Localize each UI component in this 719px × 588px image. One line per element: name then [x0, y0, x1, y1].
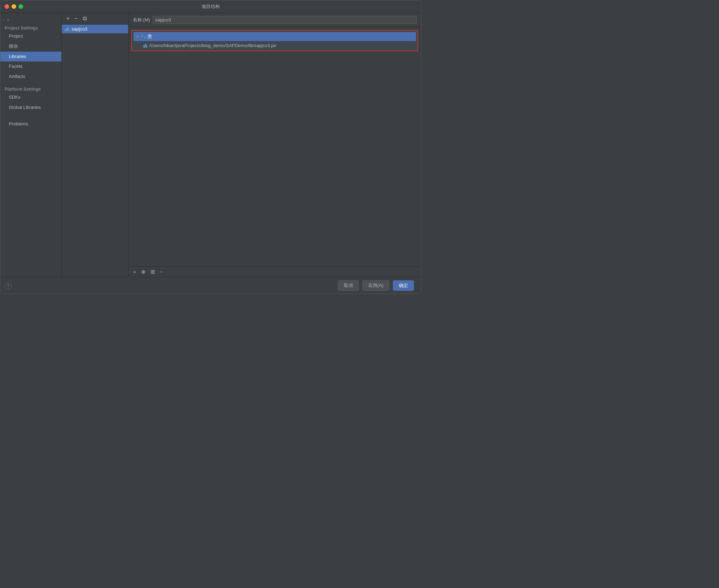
svg-rect-0: [65, 29, 66, 31]
svg-marker-5: [144, 37, 146, 38]
tree-child-label: /Users/hikari/javaProjects/blog_demo/SAP…: [149, 43, 276, 48]
sidebar: ‹ › Project Settings Project 模块 Librarie…: [0, 13, 62, 277]
sidebar-item-facets[interactable]: Facets: [0, 61, 61, 72]
footer: ? 取消 应用(A) 确定: [0, 277, 421, 294]
library-item-label: sapjco3: [72, 26, 87, 32]
remove-library-button[interactable]: −: [73, 15, 79, 22]
cancel-button[interactable]: 取消: [338, 280, 359, 291]
name-row: 名称:(M): [128, 13, 421, 27]
sidebar-item-global-libraries[interactable]: Global Libraries: [0, 103, 61, 113]
library-list-panel: + − ⧉ sapjco3: [62, 13, 128, 277]
sidebar-item-project[interactable]: Project: [0, 31, 61, 41]
forward-button[interactable]: ›: [6, 17, 9, 23]
maximize-button[interactable]: [19, 4, 23, 9]
svg-rect-9: [146, 45, 147, 48]
content-area: + − ⧉ sapjco3: [62, 13, 421, 277]
tree-toggle-icon[interactable]: ▼: [136, 35, 140, 39]
svg-rect-3: [69, 28, 70, 31]
svg-rect-1: [66, 28, 67, 31]
ok-button[interactable]: 确定: [393, 280, 414, 291]
jar-icon: [143, 43, 148, 48]
add-module-button[interactable]: ⊕: [139, 268, 147, 275]
titlebar: 项目结构: [0, 0, 421, 13]
close-button[interactable]: [5, 4, 9, 9]
apply-button[interactable]: 应用(A): [362, 280, 389, 291]
sidebar-item-modules[interactable]: 模块: [0, 41, 61, 52]
bottom-toolbar: + ⊕ ⊞ −: [128, 266, 421, 277]
add-folder-button[interactable]: ⊞: [149, 268, 157, 275]
left-toolbar: + − ⧉: [62, 13, 128, 25]
library-item[interactable]: sapjco3: [62, 25, 128, 33]
back-button[interactable]: ‹: [2, 17, 6, 23]
add-root-button[interactable]: +: [131, 268, 138, 275]
nav-arrows: ‹ ›: [0, 16, 61, 24]
sidebar-item-problems[interactable]: Problems: [0, 119, 61, 129]
add-library-button[interactable]: +: [65, 15, 71, 22]
class-icon: [141, 34, 146, 39]
library-bar-chart-icon: [65, 27, 70, 31]
tree-root-label: 类: [147, 33, 152, 40]
main-layout: ‹ › Project Settings Project 模块 Librarie…: [0, 13, 421, 277]
minimize-button[interactable]: [12, 4, 16, 9]
tree-area: ▼ 类: [128, 27, 421, 266]
svg-rect-2: [67, 27, 68, 31]
window-title: 项目结构: [202, 4, 220, 10]
svg-rect-6: [143, 45, 144, 48]
sidebar-item-sdks[interactable]: SDKs: [0, 92, 61, 103]
sidebar-item-libraries[interactable]: Libraries: [0, 52, 61, 62]
remove-root-button[interactable]: −: [158, 268, 165, 275]
window-controls: [5, 4, 23, 9]
sidebar-item-artifacts[interactable]: Artifacts: [0, 72, 61, 82]
name-label: 名称:(M): [133, 17, 150, 23]
tree-root-row[interactable]: ▼ 类: [133, 32, 416, 41]
platform-settings-label: Platform Settings: [0, 85, 61, 92]
svg-rect-7: [144, 44, 145, 48]
two-panel: + − ⧉ sapjco3: [62, 13, 421, 277]
svg-marker-4: [141, 35, 143, 37]
help-button[interactable]: ?: [5, 282, 12, 289]
copy-library-button[interactable]: ⧉: [81, 15, 88, 22]
tree-child-row[interactable]: /Users/hikari/javaProjects/blog_demo/SAP…: [133, 42, 416, 49]
svg-rect-8: [145, 44, 146, 48]
name-input[interactable]: [153, 16, 417, 24]
right-panel: 名称:(M) ▼: [128, 13, 421, 277]
project-settings-label: Project Settings: [0, 24, 61, 31]
